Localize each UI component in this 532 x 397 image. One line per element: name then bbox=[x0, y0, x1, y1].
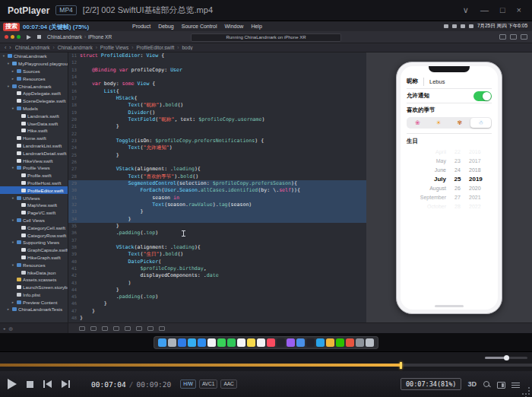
file-tree-item[interactable]: Landmark.swift bbox=[0, 112, 68, 119]
standard-editor-icon[interactable] bbox=[499, 34, 506, 40]
season-segment[interactable]: ❀ bbox=[407, 118, 428, 128]
breadcrumb-item[interactable]: ChinaLandmark bbox=[58, 45, 97, 50]
menu-source-control[interactable]: Source Control bbox=[182, 24, 217, 29]
file-tree-item[interactable]: UserData.swift bbox=[0, 119, 68, 127]
playlist-icon[interactable] bbox=[511, 383, 520, 389]
seek-thumb[interactable] bbox=[400, 362, 402, 369]
nav-arrows[interactable] bbox=[5, 45, 11, 50]
dock-icon[interactable] bbox=[178, 338, 186, 347]
file-tree-item[interactable]: ▸ChinaLandmarkTests bbox=[0, 306, 68, 313]
stop-icon[interactable] bbox=[27, 381, 33, 388]
dock-icon[interactable] bbox=[356, 338, 364, 347]
date-picker-row[interactable]: July252019 bbox=[407, 174, 492, 183]
file-tree-item[interactable]: hikeData.json bbox=[0, 268, 68, 276]
breadcrumb-item[interactable]: body bbox=[182, 45, 195, 50]
run-button[interactable] bbox=[27, 35, 31, 40]
dock-icon[interactable] bbox=[306, 338, 315, 347]
continue-icon[interactable] bbox=[102, 326, 108, 331]
date-picker-row[interactable]: April222016 bbox=[407, 147, 492, 156]
file-tree-item[interactable]: HikeView.swift bbox=[0, 157, 68, 164]
dock-icon[interactable] bbox=[207, 338, 216, 347]
dock-icon[interactable] bbox=[217, 338, 226, 347]
file-tree-item[interactable]: CategoryCell.swift bbox=[0, 224, 68, 231]
dock-icon[interactable] bbox=[296, 338, 305, 347]
file-tree-item[interactable]: ProfileEditor.swift bbox=[0, 186, 68, 194]
file-tree-item[interactable]: ▾ChinaLandmark bbox=[0, 52, 68, 60]
previous-icon[interactable] bbox=[43, 380, 52, 388]
close-window-icon[interactable] bbox=[5, 35, 8, 39]
file-tree-item[interactable]: ▸Sources bbox=[0, 68, 68, 75]
file-tree-item[interactable]: ▾Profile Views bbox=[0, 164, 68, 172]
file-tree-item[interactable]: LandmarkDetail.swift bbox=[0, 149, 68, 157]
step-into-icon[interactable] bbox=[125, 326, 131, 331]
view-hierarchy-icon[interactable] bbox=[147, 326, 154, 331]
hide-debug-area-icon[interactable] bbox=[79, 326, 85, 331]
control-panel-icon[interactable] bbox=[497, 382, 505, 389]
code-editor[interactable]: 11struct ProfileEditor: View {1213 @Bind… bbox=[68, 52, 366, 322]
back-icon[interactable] bbox=[5, 45, 6, 50]
menu-help[interactable]: Help bbox=[251, 24, 261, 29]
minimize-icon[interactable] bbox=[480, 6, 489, 14]
step-over-icon[interactable] bbox=[113, 326, 119, 331]
close-icon[interactable] bbox=[517, 6, 521, 14]
file-tree-item[interactable]: LaunchScreen.storyboard bbox=[0, 284, 68, 291]
volume-thumb[interactable] bbox=[504, 355, 509, 360]
dock-icon[interactable] bbox=[316, 338, 325, 347]
forward-icon[interactable] bbox=[9, 45, 11, 50]
menu-product[interactable]: Product bbox=[132, 24, 150, 29]
scheme-selector[interactable]: ChinaLandmark › iPhone XR bbox=[47, 34, 112, 40]
next-icon[interactable] bbox=[62, 380, 70, 388]
file-tree-item[interactable]: Info.plist bbox=[0, 291, 68, 299]
date-picker-row[interactable]: June242018 bbox=[407, 165, 492, 174]
breadcrumb-item[interactable]: ProfileEditor.swift bbox=[136, 45, 179, 50]
subtitle-search-icon[interactable] bbox=[483, 380, 491, 389]
date-picker-wheel[interactable]: April222016May232017June242018July252019… bbox=[407, 147, 492, 212]
dock-icon[interactable] bbox=[198, 338, 206, 347]
date-picker-row[interactable]: October282022 bbox=[407, 202, 492, 211]
assistant-editor-icon[interactable] bbox=[510, 34, 517, 40]
maximize-icon[interactable] bbox=[500, 6, 505, 14]
breadcrumb-item[interactable]: ChinaLandmark bbox=[15, 45, 55, 50]
dock-icon[interactable] bbox=[247, 338, 255, 347]
season-segment[interactable]: ☃ bbox=[470, 118, 491, 128]
file-tree-item[interactable]: HikeGraph.swift bbox=[0, 254, 68, 262]
dock-icon[interactable] bbox=[336, 338, 344, 347]
file-tree-item[interactable]: MapView.swift bbox=[0, 202, 68, 209]
file-tree-item[interactable]: PageVC.swift bbox=[0, 209, 68, 217]
file-tree-item[interactable]: ▾Supporting Views bbox=[0, 239, 68, 246]
minimize-window-icon[interactable] bbox=[11, 35, 14, 39]
memory-graph-icon[interactable] bbox=[159, 326, 165, 331]
file-tree-item[interactable]: ▾Resources bbox=[0, 261, 68, 268]
breadcrumb-item[interactable]: Profile Views bbox=[100, 45, 134, 50]
stop-button[interactable] bbox=[37, 35, 41, 39]
dock-icon[interactable] bbox=[267, 338, 275, 347]
navigator-filter-bar[interactable] bbox=[0, 323, 68, 333]
file-tree-item[interactable]: LandmarkList.swift bbox=[0, 142, 68, 150]
breakpoints-icon[interactable] bbox=[90, 326, 97, 331]
date-picker-row[interactable]: August262020 bbox=[407, 183, 492, 192]
menu-debug[interactable]: Debug bbox=[158, 24, 174, 29]
season-segment[interactable]: ☀ bbox=[429, 118, 449, 128]
menu-window[interactable]: Window bbox=[224, 24, 243, 29]
notifications-toggle[interactable] bbox=[473, 91, 492, 101]
inspector-toggle-icon[interactable] bbox=[521, 34, 527, 40]
filter-icon[interactable] bbox=[9, 326, 13, 331]
dock-icon[interactable] bbox=[237, 338, 245, 347]
zoom-window-icon[interactable] bbox=[17, 35, 21, 39]
file-tree-item[interactable]: ▾UIViews bbox=[0, 194, 68, 202]
dock-icon[interactable] bbox=[168, 338, 176, 347]
file-tree-item[interactable]: ▾ChinaLandmark bbox=[0, 82, 68, 90]
hw-decode-badge[interactable]: H/W bbox=[180, 380, 196, 388]
file-tree-item[interactable]: ▾Cell Views bbox=[0, 217, 68, 224]
dock-icon[interactable] bbox=[257, 338, 265, 347]
nickname-field[interactable]: Lebus bbox=[429, 78, 445, 85]
dock-icon[interactable] bbox=[326, 338, 334, 347]
seek-bar[interactable] bbox=[0, 364, 532, 367]
dock-icon[interactable] bbox=[188, 338, 196, 347]
dock-icon[interactable] bbox=[227, 338, 236, 347]
file-tree-item[interactable]: Hike.swift bbox=[0, 127, 68, 135]
step-out-icon[interactable] bbox=[136, 326, 142, 331]
file-tree-item[interactable]: Profile.swift bbox=[0, 172, 68, 179]
dock-icon[interactable] bbox=[287, 338, 295, 347]
dock-icon[interactable] bbox=[158, 338, 166, 347]
